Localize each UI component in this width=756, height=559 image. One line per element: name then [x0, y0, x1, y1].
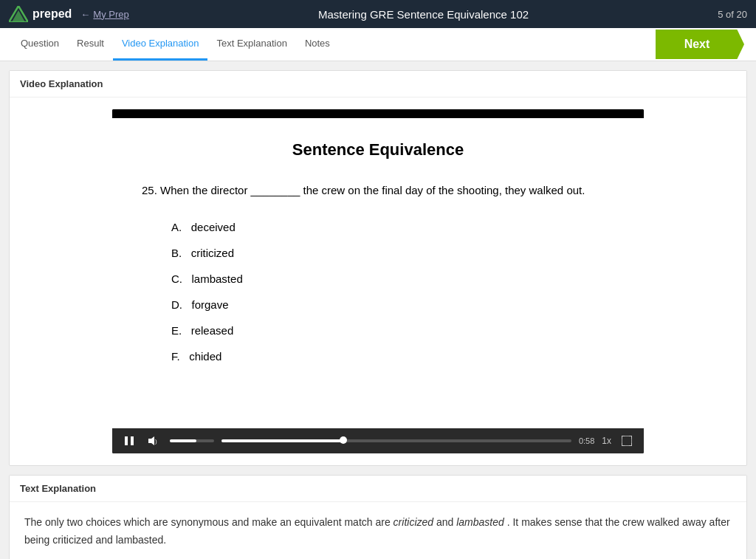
choice-e: E. released [171, 318, 585, 343]
svg-rect-2 [125, 436, 128, 445]
choice-e-letter: E. [171, 324, 182, 337]
svg-marker-4 [148, 436, 154, 445]
tab-video-explanation[interactable]: Video Explanation [113, 28, 208, 61]
text-explanation-body: The only two choices which are synonymou… [10, 502, 746, 559]
text-explanation-line2: Thus the correct answer is Choice B (cri… [24, 555, 732, 559]
tab-result[interactable]: Result [68, 28, 113, 61]
volume-fill [170, 439, 196, 442]
choice-b-letter: B. [171, 247, 182, 259]
progress-thumb [340, 436, 347, 444]
content-area: Video Explanation Sentence Equivalence 2… [0, 61, 756, 559]
svg-text:): ) [155, 438, 157, 445]
time-label: 0:58 [579, 436, 594, 445]
back-label: My Prep [93, 9, 128, 20]
preped-logo-icon [9, 6, 28, 22]
logo-text: preped [32, 7, 72, 21]
choice-a-letter: A. [171, 221, 182, 233]
next-button-wrapper: Next [656, 28, 744, 61]
text-explanation-card: Text Explanation The only two choices wh… [9, 475, 747, 559]
text-explanation-line1: The only two choices which are synonymou… [24, 514, 732, 549]
term-lambasted: lambasted [456, 516, 504, 528]
choice-f-letter: F. [171, 350, 180, 363]
choice-d-text: forgave [192, 298, 229, 311]
choice-e-text: released [191, 324, 234, 337]
term-criticized: criticized [394, 516, 433, 528]
progress-bar[interactable] [221, 439, 571, 442]
video-controls: ) [112, 428, 644, 453]
choice-d-letter: D. [171, 298, 182, 311]
progress-label: 5 of 20 [718, 9, 747, 20]
pause-button[interactable] [121, 434, 137, 447]
volume-slider[interactable] [170, 439, 214, 442]
video-top-bar [112, 109, 644, 118]
question-body: When the director ________ the crew on t… [160, 184, 585, 196]
pause-icon [124, 436, 134, 446]
choice-d: D. forgave [171, 292, 585, 318]
choice-a-text: deceived [191, 221, 236, 233]
back-arrow: ← [80, 9, 90, 20]
top-bar: preped ← My Prep Mastering GRE Sentence … [0, 0, 756, 28]
tab-text-explanation[interactable]: Text Explanation [207, 28, 295, 61]
back-link[interactable]: ← My Prep [80, 9, 128, 20]
nav-tabs-bar: Question Result Video Explanation Text E… [0, 28, 756, 61]
text-section-header: Text Explanation [10, 476, 746, 502]
svg-rect-3 [131, 436, 134, 445]
video-slide-title: Sentence Equivalence [142, 140, 614, 160]
choice-b: B. criticized [171, 240, 585, 266]
video-slide: Sentence Equivalence 25. When the direct… [112, 118, 644, 428]
video-player: Sentence Equivalence 25. When the direct… [112, 109, 644, 453]
tabs-container: Question Result Video Explanation Text E… [12, 28, 656, 61]
video-question-text: 25. When the director ________ the crew … [142, 182, 614, 199]
choice-b-text: criticized [191, 247, 234, 259]
question-number: 25. [142, 184, 157, 196]
choice-c: C. lambasted [171, 266, 585, 292]
volume-icon: ) [148, 436, 159, 446]
video-section-header: Video Explanation [10, 71, 746, 97]
tab-question[interactable]: Question [12, 28, 68, 61]
main-content: Video Explanation Sentence Equivalence 2… [0, 61, 756, 559]
choice-c-letter: C. [171, 272, 182, 285]
fullscreen-icon [622, 436, 632, 446]
choice-a: A. deceived [171, 214, 585, 240]
logo: preped [9, 6, 72, 22]
video-explanation-card: Video Explanation Sentence Equivalence 2… [9, 70, 747, 466]
speed-label[interactable]: 1x [602, 436, 611, 446]
volume-button[interactable]: ) [145, 434, 162, 447]
choice-f-text: chided [189, 350, 221, 363]
next-button[interactable]: Next [656, 30, 744, 59]
page-wrapper: preped ← My Prep Mastering GRE Sentence … [0, 0, 756, 559]
progress-fill [221, 439, 344, 442]
choice-c-text: lambasted [192, 272, 243, 285]
video-choices-list: A. deceived B. criticized C. lambast [142, 214, 614, 369]
svg-rect-6 [622, 436, 632, 446]
video-section-body: Sentence Equivalence 25. When the direct… [10, 97, 746, 465]
tab-notes[interactable]: Notes [296, 28, 339, 61]
fullscreen-button[interactable] [619, 434, 635, 447]
choice-f: F. chided [171, 343, 585, 369]
page-title: Mastering GRE Sentence Equivalence 102 [138, 8, 709, 21]
